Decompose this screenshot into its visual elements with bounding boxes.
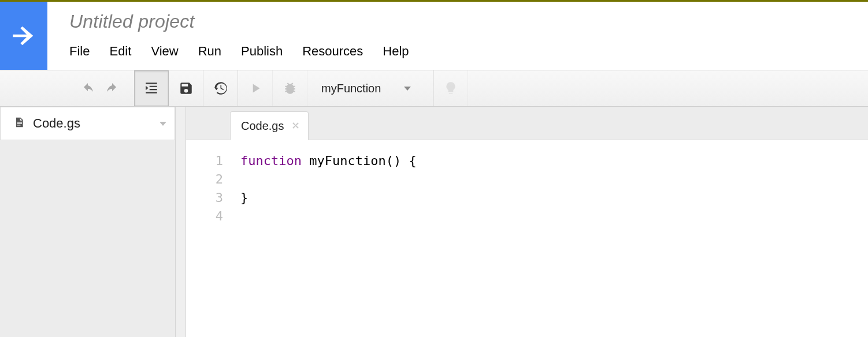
code-token: myFunction() {: [302, 153, 417, 168]
menu-publish[interactable]: Publish: [241, 44, 283, 59]
sidebar-file-entry[interactable]: Code.gs: [0, 107, 175, 140]
svg-rect-1: [17, 123, 22, 124]
chevron-down-icon[interactable]: [159, 122, 166, 126]
bug-icon: [283, 81, 298, 96]
editor-area: Code.gs ✕ 1 2 3 4 function myFunction() …: [186, 107, 868, 337]
menu-file[interactable]: File: [69, 44, 90, 59]
function-select-label: myFunction: [321, 82, 381, 95]
code-pane[interactable]: 1 2 3 4 function myFunction() { }: [186, 140, 868, 337]
file-sidebar: Code.gs: [0, 107, 176, 337]
code-text[interactable]: function myFunction() { }: [231, 140, 417, 337]
menu-bar: File Edit View Run Publish Resources Hel…: [69, 44, 868, 59]
code-keyword: function: [240, 153, 302, 168]
editor-tab[interactable]: Code.gs ✕: [230, 111, 309, 140]
editor-tab-label: Code.gs: [241, 119, 284, 133]
header-right: Untitled project File Edit View Run Publ…: [47, 2, 868, 70]
menu-resources[interactable]: Resources: [302, 44, 363, 59]
play-icon: [248, 81, 263, 96]
save-icon: [179, 81, 194, 96]
menu-edit[interactable]: Edit: [109, 44, 131, 59]
line-number: 2: [186, 170, 223, 189]
code-token: [240, 172, 256, 186]
menu-view[interactable]: View: [151, 44, 178, 59]
debug-button[interactable]: [273, 70, 307, 106]
sidebar-file-name: Code.gs: [33, 116, 151, 131]
line-number: 1: [186, 152, 223, 170]
code-token: }: [240, 190, 248, 205]
save-button[interactable]: [169, 70, 203, 106]
undo-icon[interactable]: [81, 83, 95, 93]
arrow-right-icon: [8, 20, 40, 52]
editor-tabstrip: Code.gs ✕: [186, 107, 868, 140]
toolbar: myFunction: [0, 70, 868, 107]
line-number: 4: [186, 207, 223, 226]
undo-redo-group: [66, 70, 134, 106]
project-title[interactable]: Untitled project: [69, 11, 868, 32]
apps-script-logo[interactable]: [0, 2, 47, 70]
clock-bubble-icon: [213, 81, 228, 96]
indent-icon: [144, 81, 159, 96]
app-header: Untitled project File Edit View Run Publ…: [0, 2, 868, 70]
splitter-gutter[interactable]: [176, 107, 186, 337]
chevron-down-icon: [404, 87, 411, 91]
function-select[interactable]: myFunction: [307, 70, 433, 106]
svg-rect-2: [17, 125, 21, 125]
file-icon: [13, 115, 25, 132]
svg-rect-0: [17, 122, 22, 122]
indent-button[interactable]: [134, 70, 169, 106]
redo-icon[interactable]: [105, 83, 119, 93]
triggers-button[interactable]: [203, 70, 238, 106]
lightbulb-button[interactable]: [433, 70, 468, 106]
line-number: 3: [186, 189, 223, 207]
menu-help[interactable]: Help: [383, 44, 409, 59]
main-split: Code.gs Code.gs ✕ 1 2 3 4 function myFun…: [0, 107, 868, 337]
run-button[interactable]: [238, 70, 273, 106]
lightbulb-icon: [443, 81, 458, 96]
line-number-gutter: 1 2 3 4: [186, 140, 231, 337]
menu-run[interactable]: Run: [198, 44, 221, 59]
close-icon[interactable]: ✕: [291, 121, 300, 131]
